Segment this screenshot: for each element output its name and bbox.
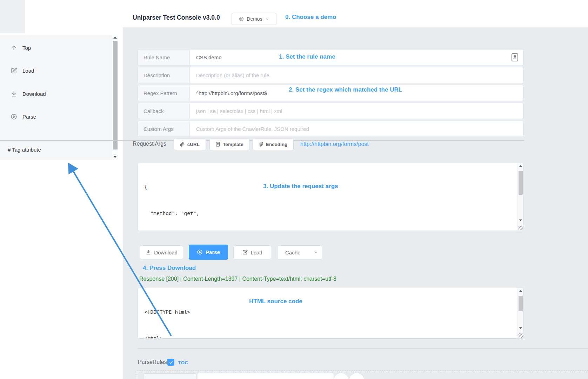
sidebar-item-label: Parse [22, 114, 36, 120]
arrow-up-icon [11, 45, 17, 51]
play-circle-icon [11, 113, 17, 120]
parse-label: Parse [206, 249, 220, 255]
toc-checkbox-label[interactable]: TOC [178, 360, 188, 365]
sidebar-tag-label: # Tag attribute [8, 147, 41, 153]
callback-label: Callback [138, 103, 190, 119]
sidebar-scrollbar-thumb[interactable] [113, 41, 118, 149]
edit-icon [242, 250, 248, 255]
chevron-down-icon [265, 17, 269, 21]
annotation-rule-name: 1. Set the rule name [279, 53, 335, 60]
request-args-textarea[interactable]: { "method": "get", "url": "http://httpbi… [138, 163, 524, 231]
download-label: Download [154, 250, 178, 255]
parse-button[interactable]: Parse [189, 245, 228, 260]
download-icon [146, 250, 151, 255]
custom-args-input[interactable]: Custom Args of the CrawlerRule, JSON req… [190, 121, 523, 137]
import-card-icon[interactable] [511, 49, 523, 65]
sidebar-item-load[interactable]: Load [0, 64, 112, 77]
toc-checkbox[interactable] [167, 359, 174, 366]
textarea-scrollbar-thumb[interactable] [519, 171, 523, 195]
annotation-choose-demo: 0. Choose a demo [285, 14, 336, 21]
custom-args-label: Custom Args [138, 121, 190, 137]
paperclip-icon [259, 142, 263, 147]
template-label: Template [223, 142, 243, 147]
form-row-custom-args: Custom Args Custom Args of the CrawlerRu… [138, 121, 524, 137]
template-button[interactable]: Template [209, 138, 249, 150]
response-html-textarea[interactable]: <!DOCTYPE html> <html> <head> </head> <b… [138, 288, 524, 339]
resize-grip-icon[interactable] [519, 333, 523, 338]
sidebar-item-label: Top [22, 45, 31, 51]
resize-grip-icon[interactable] [519, 226, 523, 230]
scroll-up-icon[interactable] [113, 36, 117, 39]
target-icon [239, 16, 244, 22]
paperclip-icon [180, 142, 185, 147]
callback-input[interactable]: json | se | selectolax | css | html | xm… [190, 103, 523, 119]
sidebar-item-tag-attribute[interactable]: # Tag attribute [0, 142, 112, 157]
textarea-scrollbar-thumb[interactable] [519, 296, 523, 311]
form-row-description: Description Description (or alias) of th… [138, 67, 524, 83]
scroll-down-icon[interactable] [519, 219, 522, 221]
textarea-scrollbar[interactable] [517, 288, 523, 338]
rule-name-input[interactable]: CSS demo [190, 49, 511, 65]
code-line: <!DOCTYPE html> [144, 308, 513, 317]
play-circle-icon [197, 249, 203, 255]
code-line: <html> [144, 334, 513, 339]
sidebar-scrollbar[interactable] [113, 35, 118, 160]
sidebar-item-download[interactable]: Download [0, 87, 112, 100]
load-button[interactable]: Load [233, 245, 271, 259]
download-icon [11, 91, 17, 97]
check-icon [169, 360, 173, 365]
code-line: "method": "get", [144, 209, 513, 218]
scroll-down-icon[interactable] [519, 327, 522, 329]
annotation-request-args: 3. Update the request args [263, 183, 338, 190]
demos-dropdown-button[interactable]: Demos [232, 13, 276, 25]
annotation-press-download: 4. Press Download [143, 265, 196, 272]
edit-icon [11, 67, 17, 74]
sidebar-item-parse[interactable]: Parse [0, 110, 112, 123]
scroll-down-icon[interactable] [113, 156, 117, 158]
response-status-line: Response [200] | Content-Length=1397 | C… [139, 276, 336, 282]
sidebar-item-label: Download [22, 91, 46, 97]
parse-rule-name-cell [143, 373, 196, 379]
description-label: Description [138, 67, 190, 83]
sidebar-item-label: Load [22, 68, 34, 74]
encoding-button[interactable]: Encoding [252, 138, 294, 150]
parse-rules-label: ParseRules [138, 359, 167, 365]
description-input[interactable]: Description (or alias) of the rule. [190, 67, 523, 83]
regex-pattern-label: Regex Pattern [138, 85, 190, 101]
corner-block [0, 0, 25, 33]
sidebar-item-top[interactable]: Top [0, 41, 112, 54]
curl-button[interactable]: cURL [174, 138, 206, 150]
request-url-link[interactable]: http://httpbin.org/forms/post [300, 141, 369, 147]
load-label: Load [250, 250, 262, 255]
demos-label: Demos [247, 16, 262, 22]
file-icon [215, 142, 220, 147]
chevron-down-icon[interactable] [313, 250, 318, 255]
divider [138, 348, 588, 348]
scroll-up-icon[interactable] [519, 165, 522, 167]
curl-label: cURL [187, 142, 200, 147]
request-args-label: Request Args [133, 141, 166, 147]
parse-rule-input[interactable] [198, 373, 334, 379]
cache-split-button[interactable]: Cache [277, 245, 322, 259]
scroll-up-icon[interactable] [519, 290, 522, 292]
page-title: Uniparser Test Console v3.0.0 [133, 14, 220, 21]
form-row-callback: Callback json | se | selectolax | css | … [138, 103, 524, 119]
annotation-html-source: HTML source code [249, 298, 302, 305]
annotation-regex: 2. Set the regex which matched the URL [289, 86, 402, 93]
rule-name-label: Rule Name [138, 49, 190, 65]
download-button[interactable]: Download [140, 245, 183, 259]
cache-label: Cache [285, 250, 300, 255]
textarea-scrollbar[interactable] [517, 163, 523, 231]
encoding-label: Encoding [266, 142, 288, 147]
uniparser-test-console: Uniparser Test Console v3.0.0 Demos 0. C… [0, 0, 588, 379]
